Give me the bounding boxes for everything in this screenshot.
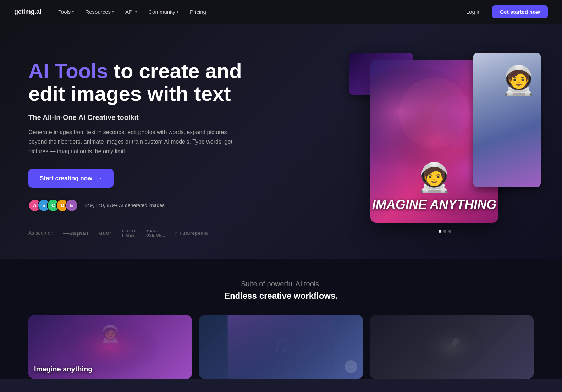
hero-image-right: 🧑‍🚀 — [473, 53, 541, 187]
nav-link-tools[interactable]: Tools ▾ — [54, 6, 78, 18]
brand-techtimes: TECH+TIMES — [122, 229, 136, 237]
avatar-group: A B C D E — [28, 199, 75, 212]
card-img-3: 🎤 — [370, 315, 534, 379]
dot-indicator[interactable] — [448, 230, 451, 233]
dot-indicator[interactable] — [439, 230, 441, 233]
imagine-anything-text: IMAGINE ANYTHING — [372, 197, 497, 212]
nav-link-pricing[interactable]: Pricing — [186, 6, 210, 18]
start-creating-button[interactable]: Start creating now → — [28, 169, 114, 188]
brand-makeuseof: MAKEUSE OF... — [146, 229, 165, 237]
as-seen-label: As seen on — [28, 230, 53, 236]
hero-content: AI Tools to create and edit images with … — [28, 53, 270, 237]
brand-zapier: —zapier — [63, 230, 89, 237]
site-logo[interactable]: getimg.ai — [14, 8, 41, 16]
login-button[interactable]: Log in — [461, 6, 486, 18]
chevron-down-icon: ▾ — [112, 10, 114, 14]
lower-section: Suite of powerful AI tools. Endless crea… — [0, 259, 562, 379]
social-proof-count: 249, 140, 879+ AI generated images — [84, 203, 165, 208]
chevron-down-icon: ▾ — [177, 10, 178, 14]
dot-indicator[interactable] — [443, 230, 446, 233]
card-label-1: Imagine anything — [34, 365, 92, 373]
svg-text:🎵: 🎵 — [272, 337, 290, 354]
nav-link-resources[interactable]: Resources ▾ — [81, 6, 118, 18]
hero-subtitle: The All-In-One AI Creative toolkit — [28, 114, 270, 122]
hero-description: Generate images from text in seconds, ed… — [28, 127, 241, 156]
chevron-down-icon: ▾ — [135, 10, 137, 14]
nav-right: Log in Get started now — [461, 5, 548, 18]
hero-images: 🧑‍🚀 — [349, 53, 541, 237]
arrow-icon: → — [96, 175, 102, 182]
avatar: E — [65, 199, 78, 212]
card-img-2: 🎵 — [199, 315, 363, 379]
feature-card-imagine[interactable]: 🧑‍🚀 Imagine anything — [28, 315, 192, 379]
as-seen-on: As seen on —zapier acer TECH+TIMES MAKEU… — [28, 229, 270, 237]
brand-acer: acer — [99, 230, 112, 236]
hero-title: AI Tools to create and edit images with … — [28, 60, 270, 105]
navbar: getimg.ai Tools ▾ Resources ▾ API ▾ Comm… — [0, 0, 562, 24]
chevron-down-icon: ▾ — [72, 10, 74, 14]
brand-futurepedia: ○ Futurepedia — [175, 231, 208, 236]
hero-section: AI Tools to create and edit images with … — [0, 24, 562, 259]
astronaut-right-icon: 🧑‍🚀 — [501, 64, 536, 97]
nav-links: Tools ▾ Resources ▾ API ▾ Community ▾ Pr… — [54, 6, 210, 18]
astronaut-icon: 🧑‍🚀 — [417, 161, 452, 194]
lower-heading: Suite of powerful AI tools. Endless crea… — [28, 280, 534, 301]
nav-left: getimg.ai Tools ▾ Resources ▾ API ▾ Comm… — [14, 6, 210, 18]
dot-indicators — [439, 230, 451, 233]
feature-card-3[interactable]: 🎤 — [370, 315, 534, 379]
feature-card-2[interactable]: 🎵 → — [199, 315, 363, 379]
lower-title: Endless creative workflows. — [28, 291, 534, 301]
lower-subtitle: Suite of powerful AI tools. — [28, 280, 534, 288]
card-arrow-icon-2[interactable]: → — [345, 360, 357, 373]
hero-title-accent: AI Tools — [28, 59, 108, 82]
get-started-button[interactable]: Get started now — [492, 5, 548, 18]
feature-cards: 🧑‍🚀 Imagine anything 🎵 — [28, 315, 534, 379]
svg-text:🎤: 🎤 — [443, 337, 461, 354]
card-img-svg-3: 🎤 — [370, 315, 534, 379]
nav-link-api[interactable]: API ▾ — [121, 6, 141, 18]
social-proof: A B C D E 249, 140, 879+ AI generated im… — [28, 199, 270, 212]
svg-text:🧑‍🚀: 🧑‍🚀 — [100, 324, 121, 344]
card-img-svg-2: 🎵 — [199, 315, 363, 379]
nav-link-community[interactable]: Community ▾ — [144, 6, 183, 18]
